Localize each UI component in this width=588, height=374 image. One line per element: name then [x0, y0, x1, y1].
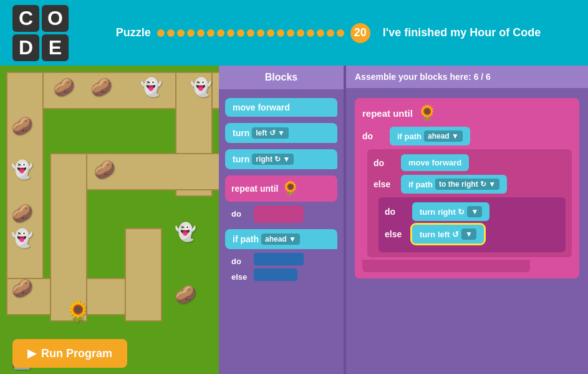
finished-label: I've finished my Hour of Code	[383, 26, 541, 39]
repeat-sunflower-icon: 🌻	[282, 180, 299, 197]
asm-turn-right-dropdown[interactable]: ▼	[467, 206, 482, 217]
assembly-header: Assemble your blocks here: 6 / 6	[346, 66, 588, 89]
block-if-path[interactable]: if path ahead ▼ do else	[225, 229, 337, 282]
asm-ahead-dropdown[interactable]: ahead ▼	[424, 130, 463, 142]
blocks-content: move forward turn left ↺ ▼ turn right ↻ …	[219, 91, 344, 289]
puzzle-dot-11	[257, 29, 264, 37]
puzzle-dot-4	[187, 29, 195, 37]
else-label-1: else	[231, 268, 250, 282]
puzzle-dot-14	[287, 29, 294, 37]
logo: C O D E	[12, 5, 69, 61]
asm-nested-2: do turn right ↻ ▼ else turn left ↺	[378, 197, 566, 252]
enemy-12: 🥔	[175, 284, 196, 305]
blocks-panel: Blocks move forward turn left ↺ ▼ turn r…	[219, 66, 344, 374]
block-move-forward[interactable]: move forward	[225, 98, 337, 117]
enemy-9: 🥔	[11, 278, 33, 298]
block-turn-left[interactable]: turn left ↺ ▼	[225, 123, 337, 143]
puzzle-dots	[157, 29, 344, 37]
asm-if-path-right[interactable]: if path to the right ↻ ▼	[401, 175, 507, 194]
run-btn-label: Run Program	[41, 347, 112, 360]
assembly-content: repeat until 🌻 do if path ahead ▼	[346, 89, 588, 287]
asm-move-forward-label: move forward	[408, 158, 461, 167]
do-label-1: do	[231, 205, 250, 219]
turn-left-label: turn	[233, 128, 249, 138]
puzzle-dot-6	[207, 29, 214, 37]
turn-right-label: turn	[233, 154, 249, 164]
puzzle-dot-1	[157, 29, 165, 37]
puzzle-dot-5	[197, 29, 205, 37]
asm-nested-row-1: do move forward	[374, 154, 566, 171]
puzzle-dot-19	[337, 29, 344, 37]
puzzle-dot-7	[217, 29, 224, 37]
enemy-8: 👻	[11, 228, 33, 249]
player-sunflower: 🌻	[65, 300, 90, 323]
asm-row-1: do if path ahead ▼	[362, 127, 572, 145]
enemy-5: 🥔	[11, 116, 33, 136]
asm-do-label-1: do	[362, 131, 385, 141]
enemy-3: 👻	[140, 77, 162, 97]
puzzle-dot-2	[167, 29, 175, 37]
asm-else-label-1: else	[374, 179, 396, 189]
asm-repeat-block[interactable]: repeat until 🌻 do if path ahead ▼	[355, 98, 579, 278]
asm-turn-left-dropdown[interactable]: ▼	[461, 229, 476, 240]
asm-turn-left-label: turn left ↺	[420, 230, 459, 239]
asm-repeat-label: repeat until	[362, 108, 413, 119]
puzzle-number-badge: 20	[350, 23, 370, 43]
enemy-4: 👻	[190, 77, 212, 97]
path-inner-v	[50, 153, 87, 322]
asm-turn-left[interactable]: turn left ↺ ▼	[412, 225, 484, 244]
if-path-label: if path	[233, 234, 259, 244]
block-turn-right[interactable]: turn right ↻ ▼	[225, 149, 337, 169]
move-forward-label: move forward	[233, 102, 290, 112]
logo-o: O	[42, 5, 69, 32]
asm-repeat-header: repeat until 🌻	[362, 104, 572, 122]
asm-if-path-right-label: if path	[408, 180, 433, 189]
puzzle-dot-12	[267, 29, 274, 37]
puzzle-dot-13	[277, 29, 284, 37]
enemy-11: 👻	[175, 222, 196, 242]
asm-nested-1: do move forward else if path to the righ…	[367, 149, 572, 257]
puzzle-dot-16	[307, 29, 314, 37]
enemy-1: 🥔	[53, 77, 75, 97]
asm-if-path-label: if path	[397, 132, 422, 141]
puzzle-dot-10	[247, 29, 254, 37]
asm-nested-row-4: else turn left ↺ ▼	[385, 225, 559, 244]
asm-if-path-ahead[interactable]: if path ahead ▼	[390, 127, 470, 145]
puzzle-dot-17	[317, 29, 324, 37]
puzzle-bar: Puzzle 20 I've finished my Hour of Code	[81, 23, 576, 43]
puzzle-dot-15	[297, 29, 304, 37]
asm-else-label-2: else	[385, 229, 407, 239]
asm-do-label-3: do	[385, 207, 407, 217]
do-label-2: do	[231, 253, 250, 266]
game-area: 🥔 🥔 👻 👻 🥔 👻 🥔 👻 🥔 🥔 👻 🥔 🌻 🤖 ▶ Run Progra…	[0, 66, 219, 374]
logo-d: D	[12, 34, 39, 61]
asm-do-label-2: do	[374, 158, 396, 168]
path-bottom-right	[125, 228, 162, 322]
main-layout: 🥔 🥔 👻 👻 🥔 👻 🥔 👻 🥔 🥔 👻 🥔 🌻 🤖 ▶ Run Progra…	[0, 66, 588, 374]
turn-right-dropdown[interactable]: right ↻ ▼	[252, 154, 294, 165]
asm-right-dropdown[interactable]: to the right ↻ ▼	[435, 179, 499, 190]
if-path-dropdown[interactable]: ahead ▼	[261, 234, 300, 245]
assembly-panel: Assemble your blocks here: 6 / 6 repeat …	[345, 66, 588, 374]
block-repeat-until[interactable]: repeat until 🌻 do	[225, 175, 337, 223]
puzzle-dot-9	[237, 29, 244, 37]
asm-nested-row-2: else if path to the right ↻ ▼	[374, 175, 566, 194]
blocks-panel-header: Blocks	[219, 66, 344, 91]
puzzle-dot-18	[327, 29, 334, 37]
header: C O D E Puzzle 20 I've finished my Hour …	[0, 0, 588, 66]
enemy-7: 🥔	[11, 203, 33, 224]
puzzle-dot-8	[227, 29, 234, 37]
puzzle-label: Puzzle	[116, 26, 151, 39]
asm-turn-right[interactable]: turn right ↻ ▼	[412, 202, 489, 221]
asm-move-forward[interactable]: move forward	[401, 154, 469, 171]
asm-sunflower: 🌻	[418, 104, 436, 122]
run-program-button[interactable]: ▶ Run Program	[12, 339, 127, 368]
enemy-6: 👻	[11, 159, 33, 180]
logo-e: E	[42, 34, 69, 61]
turn-left-dropdown[interactable]: left ↺ ▼	[252, 127, 289, 139]
play-icon: ▶	[27, 347, 36, 360]
asm-nested-row-3: do turn right ↻ ▼	[385, 202, 559, 221]
repeat-until-label: repeat until	[231, 184, 278, 194]
enemy-2: 🥔	[90, 77, 112, 97]
right-panels: Blocks move forward turn left ↺ ▼ turn r…	[219, 66, 588, 374]
